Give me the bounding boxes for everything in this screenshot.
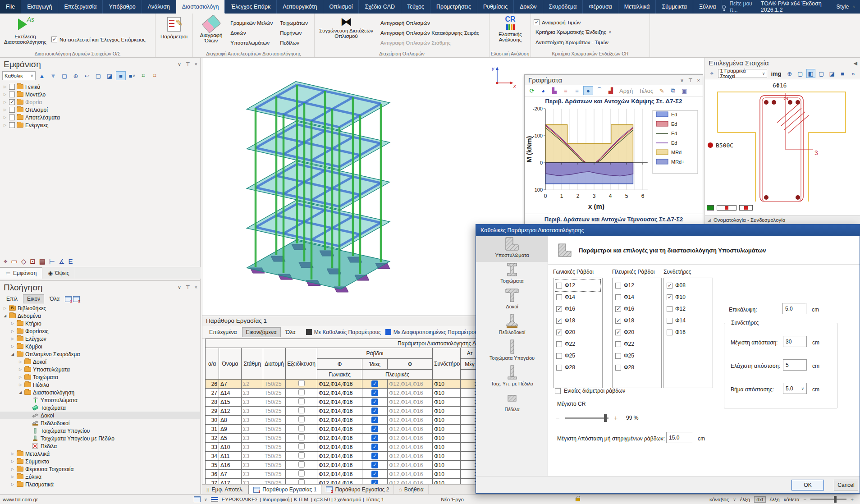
dimension-icon[interactable]: ⊢	[49, 257, 55, 266]
doc-tab-Εμφ. Αποτελ.[interactable]: ▯Εμφ. Αποτελ.	[202, 485, 248, 494]
view-solid-icon[interactable]: ■	[116, 71, 126, 80]
cell-same[interactable]: ✓	[362, 425, 388, 434]
view-render-dropdown-icon[interactable]: ■∨	[127, 71, 137, 80]
tab-Έλεγχος Επάρκ[interactable]: Έλεγχος Επάρκ	[225, 0, 277, 14]
dialog-tab-Τοιχ. Υπ. με Πέδιλο[interactable]: Τοιχ. Υπ. με Πέδιλο	[476, 365, 548, 390]
panel-tab-Εμφάνιση[interactable]: ≔Εμφάνιση	[0, 267, 42, 279]
bar-list-red-icon[interactable]: ≡	[561, 86, 571, 95]
filter-Εικονιζόμενα[interactable]: Εικονιζόμενα	[242, 327, 281, 337]
diameter-checkbox[interactable]	[615, 330, 621, 335]
nav-tree-item[interactable]: ▷BΒιβλιοθήκες	[0, 304, 200, 312]
tree-item[interactable]: ▷Οπλισμοί	[0, 106, 200, 114]
run-design-button[interactable]: As Εκτέλεση Διαστασιολόγησης	[3, 15, 48, 50]
snap-toggle[interactable]: έλξη	[740, 497, 750, 502]
expander-icon[interactable]: ▷	[3, 115, 7, 119]
selected-panel-collapse-icon[interactable]: ◀	[854, 60, 857, 66]
cell-spec[interactable]	[286, 443, 317, 452]
zoom-out-button[interactable]: −	[804, 497, 807, 502]
merge-rebar-button[interactable]: ⧓ Συγχώνευση Διατάξεων Οπλισμού	[317, 15, 375, 50]
diameter-checkbox[interactable]	[667, 283, 672, 289]
cell-same[interactable]: ✓	[362, 470, 388, 479]
doc-tab-Παράθυρο Εργασίας 2[interactable]: 2Παράθυρο Εργασίας 2	[321, 485, 394, 494]
diameter-checkbox[interactable]	[615, 306, 621, 312]
table-row[interactable]: 28Δ15Σ3Τ50/25Φ12,Φ14,Φ16✓Φ12,Φ14,Φ16Φ103	[206, 398, 479, 407]
cover-input[interactable]: 5.0	[782, 303, 806, 314]
listbox-Πλευρικές Ράβδοι[interactable]: Φ12Φ14Φ16Φ18Φ20Φ22Φ25Φ28	[612, 278, 662, 388]
style-chevron-icon[interactable]: ∨	[852, 5, 855, 9]
diameter-option[interactable]: Φ16	[614, 303, 659, 315]
cr-slider-handle[interactable]	[604, 414, 607, 422]
angle-icon[interactable]: ∡	[59, 257, 64, 266]
histogram-icon[interactable]: ▟	[606, 86, 616, 95]
tab-Ανάλυση[interactable]: Ανάλυση	[142, 0, 176, 14]
diameter-checkbox[interactable]	[556, 330, 562, 335]
move-down-icon[interactable]: ▼	[48, 71, 58, 80]
diameter-option[interactable]: Φ28	[555, 362, 600, 373]
pan-section-icon[interactable]: ⊕	[785, 69, 795, 78]
spec-checkbox[interactable]	[298, 380, 305, 386]
dialog-title[interactable]: Καθολικές Παράμετροι Διαστασιολόγησης	[476, 225, 860, 236]
delete-link[interactable]: Γραμμικών Μελών	[229, 19, 274, 27]
start-button[interactable]: Αρχή	[617, 86, 635, 95]
diameter-checkbox[interactable]	[615, 318, 621, 324]
diameter-option[interactable]: Φ14	[555, 291, 600, 303]
table-view-chevron-icon[interactable]: ∨	[204, 497, 207, 502]
zoom-previous-icon[interactable]: ↩	[82, 71, 92, 80]
cell-spec[interactable]	[286, 416, 317, 425]
diameter-option[interactable]: Φ14	[614, 291, 659, 303]
rect-select-icon[interactable]: ▭	[11, 257, 17, 266]
envelope-chart-icon[interactable]: ●	[583, 86, 593, 95]
same-checkbox[interactable]: ✓	[371, 435, 378, 441]
expander-icon[interactable]: ▷	[10, 459, 15, 463]
diameter-checkbox[interactable]	[556, 318, 562, 324]
dxf-toggle[interactable]: dxf	[754, 496, 765, 503]
same-checkbox[interactable]: ✓	[371, 444, 378, 450]
dialog-tab-Πέδιλα[interactable]: Πέδιλα	[476, 390, 548, 416]
filter-Όλα[interactable]: Όλα	[282, 327, 300, 337]
tab-Υπόβαθρο[interactable]: Υπόβαθρο	[103, 0, 142, 14]
nav-tree-item[interactable]: Τοιχώματα	[0, 404, 200, 412]
nav-tree-item[interactable]: ◢Διαστασιολόγηση	[0, 389, 200, 396]
cr-minus-button[interactable]: −	[556, 414, 559, 422]
diameter-checkbox[interactable]	[667, 306, 672, 312]
dialog-tab-Τοιχώματα[interactable]: Τοιχώματα	[476, 262, 548, 288]
tab-Οπλισμοί[interactable]: Οπλισμοί	[323, 0, 359, 14]
nav-tree-item[interactable]: ▷Κτήριο	[0, 320, 200, 327]
charts-close-icon[interactable]: ×	[697, 78, 700, 83]
same-checkbox[interactable]: ✓	[371, 389, 378, 396]
view-hidden-line-icon[interactable]: ◪	[105, 71, 114, 80]
bar-list-blue-icon[interactable]: ≡	[572, 86, 582, 95]
e-filter-icon[interactable]: Ε	[68, 257, 73, 266]
zoom-window-icon[interactable]: ▢	[59, 71, 69, 80]
tree-item[interactable]: ▷Αποτελέσματα	[0, 114, 200, 121]
tell-me-search[interactable]: Πείτε μου π...	[729, 0, 757, 13]
cell-same[interactable]: ✓	[362, 443, 388, 452]
display-panel-pin-icon[interactable]: ⊤	[186, 61, 190, 67]
table-row[interactable]: 34Δ11Σ3Τ50/25Φ12,Φ14,Φ16✓Φ12,Φ14,Φ16Φ103	[206, 452, 479, 461]
diameter-option[interactable]: Φ18	[555, 315, 600, 326]
stirrup-field-chevron-icon[interactable]: ∨	[801, 386, 804, 391]
nav-tree-item[interactable]: ▷Υποστυλώματα	[0, 366, 200, 373]
tab-Εισαγωγή[interactable]: Εισαγωγή	[21, 0, 58, 14]
expander-icon[interactable]: ▷	[10, 475, 15, 479]
cr-slider[interactable]	[565, 417, 608, 419]
display-panel-close-icon[interactable]: ×	[195, 61, 197, 67]
vertical-toggle[interactable]: κάθετα	[784, 497, 800, 502]
area-chart-icon[interactable]: ▙	[549, 86, 559, 95]
same-checkbox[interactable]: ✓	[371, 408, 378, 414]
nav-tree-item[interactable]: Πεδιλοδοκοί	[0, 419, 200, 427]
display-panel-chevron-icon[interactable]: ∨	[178, 61, 181, 67]
delete-link[interactable]: Υποστυλωμάτων	[229, 39, 274, 46]
diameter-checkbox[interactable]	[556, 306, 562, 312]
nav-tree-item[interactable]: ▷Φέρουσα Τοιχοποιία	[0, 465, 200, 473]
color-criteria-menu[interactable]: Κριτήρια Χρωματικής Ένδειξης∨	[534, 28, 647, 36]
design-parameters-table[interactable]: Παράμετροι Διαστασιολόγησης Δ α/α Όνομα …	[205, 339, 479, 485]
cell-spec[interactable]	[286, 389, 317, 398]
spec-checkbox[interactable]	[298, 407, 305, 413]
nav-tree-item[interactable]: ▷Δοκοί	[0, 358, 200, 366]
pan-icon[interactable]: ⊕	[71, 71, 81, 80]
poly-select-icon[interactable]: ◇	[21, 257, 27, 266]
copy-rebar-link[interactable]: Αντιγραφή Οπλισμών Κατακόρυφης Σειράς	[379, 29, 481, 37]
expander-icon[interactable]: ▷	[10, 452, 15, 456]
stirrup-field-input[interactable]: 5	[783, 359, 807, 371]
